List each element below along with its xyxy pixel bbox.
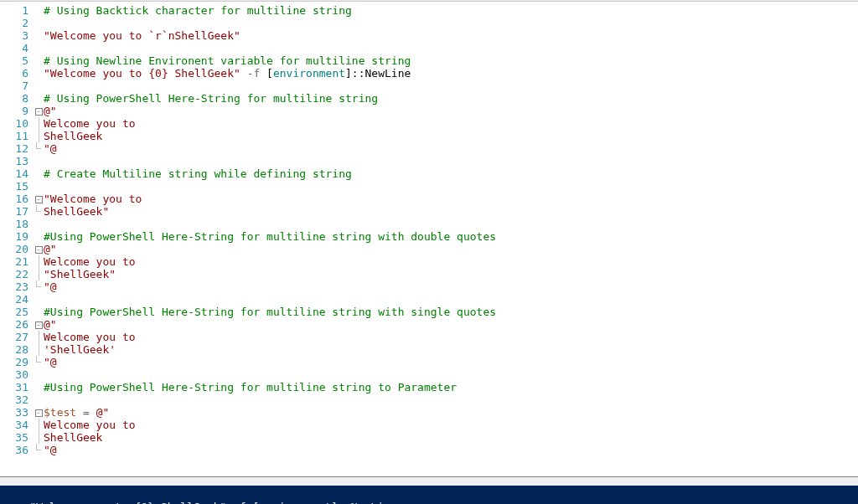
code-token: NewLine: [365, 67, 411, 80]
code-line[interactable]: "@: [44, 280, 858, 293]
code-token: "ShellGeek": [44, 268, 116, 280]
line-number: 23: [0, 280, 28, 293]
line-number: 20: [0, 243, 28, 255]
code-token: ShellGeek: [44, 130, 102, 142]
code-token: ShellGeek": [44, 205, 109, 218]
code-token: =: [83, 406, 90, 419]
fold-marker[interactable]: -: [34, 406, 44, 419]
code-area[interactable]: # Using Backtick character for multiline…: [44, 2, 858, 476]
fold-collapse-icon[interactable]: -: [35, 246, 43, 254]
fold-marker: [34, 80, 44, 92]
fold-collapse-icon[interactable]: -: [35, 108, 43, 116]
line-number: 18: [0, 218, 28, 230]
code-line[interactable]: #Using PowerShell Here-String for multil…: [44, 230, 858, 243]
fold-marker: [34, 393, 44, 406]
code-line[interactable]: [44, 393, 858, 406]
code-line[interactable]: # Using Newline Environent variable for …: [44, 54, 858, 67]
code-line[interactable]: ShellGeek: [44, 130, 858, 142]
fold-marker: [34, 29, 44, 42]
line-number: 16: [0, 193, 28, 205]
code-line[interactable]: # Using Backtick character for multiline…: [44, 4, 858, 17]
code-line[interactable]: [44, 42, 858, 54]
code-token: ShellGeek: [44, 431, 102, 444]
console-output[interactable]: "Welcome you to {0} ShellGeek" -f [envir…: [0, 486, 858, 504]
code-line[interactable]: "Welcome you to: [44, 193, 858, 205]
line-number: 28: [0, 343, 28, 356]
code-token: Welcome you to: [44, 331, 142, 343]
code-line[interactable]: 'ShellGeek': [44, 343, 858, 356]
code-line[interactable]: [44, 155, 858, 167]
code-token: @": [44, 318, 57, 331]
fold-marker: [34, 205, 44, 218]
fold-guide-icon: [39, 331, 39, 343]
code-editor[interactable]: 1234567891011121314151617181920212223242…: [0, 2, 858, 476]
code-token: -f: [247, 67, 261, 80]
fold-marker: [34, 54, 44, 67]
fold-marker: [34, 419, 44, 431]
code-line[interactable]: "@: [44, 142, 858, 155]
fold-marker[interactable]: -: [34, 105, 44, 117]
code-line[interactable]: @": [44, 243, 858, 255]
code-line[interactable]: #Using PowerShell Here-String for multil…: [44, 381, 858, 393]
code-token: environment: [273, 67, 345, 80]
code-token: # Using Backtick character for multiline…: [44, 4, 352, 17]
code-line[interactable]: # Using PowerShell Here-String for multi…: [44, 92, 858, 105]
code-line[interactable]: @": [44, 318, 858, 331]
fold-marker: [34, 180, 44, 193]
line-number: 27: [0, 331, 28, 343]
line-number: 34: [0, 419, 28, 431]
fold-column[interactable]: -----: [34, 2, 44, 476]
code-line[interactable]: @": [44, 105, 858, 117]
fold-collapse-icon[interactable]: -: [35, 321, 43, 329]
code-line[interactable]: [44, 218, 858, 230]
console-divider[interactable]: [0, 477, 858, 486]
code-line[interactable]: $test = @": [44, 406, 858, 419]
fold-marker[interactable]: -: [34, 193, 44, 205]
fold-guide-icon: [39, 343, 39, 356]
code-token: [90, 406, 96, 419]
code-line[interactable]: "@: [44, 356, 858, 368]
code-line[interactable]: [44, 80, 858, 92]
fold-marker: [34, 381, 44, 393]
code-token: @": [96, 406, 110, 419]
fold-marker: [34, 368, 44, 381]
code-line[interactable]: [44, 368, 858, 381]
code-token: Welcome you to: [44, 117, 142, 130]
code-line[interactable]: "ShellGeek": [44, 268, 858, 280]
line-number: 19: [0, 230, 28, 243]
code-line[interactable]: # Create Multiline string while defining…: [44, 167, 858, 180]
fold-guide-icon: [39, 117, 39, 130]
code-line[interactable]: ShellGeek: [44, 431, 858, 444]
fold-marker[interactable]: -: [34, 243, 44, 255]
fold-marker: [34, 255, 44, 268]
fold-marker[interactable]: -: [34, 318, 44, 331]
line-number: 35: [0, 431, 28, 444]
code-token: #Using PowerShell Here-String for multil…: [44, 306, 496, 318]
fold-marker: [34, 130, 44, 142]
code-line[interactable]: Welcome you to: [44, 255, 858, 268]
code-line[interactable]: "Welcome you to `r`nShellGeek": [44, 29, 858, 42]
code-line[interactable]: "Welcome you to {0} ShellGeek" -f [envir…: [44, 67, 858, 80]
fold-marker: [34, 92, 44, 105]
code-line[interactable]: [44, 293, 858, 306]
fold-end-icon: [36, 444, 41, 450]
fold-collapse-icon[interactable]: -: [35, 196, 43, 203]
code-line[interactable]: [44, 180, 858, 193]
code-line[interactable]: Welcome you to: [44, 117, 858, 130]
line-number: 7: [0, 80, 28, 92]
fold-marker: [34, 343, 44, 356]
code-line[interactable]: #Using PowerShell Here-String for multil…: [44, 306, 858, 318]
code-line[interactable]: "@: [44, 444, 858, 456]
code-line[interactable]: Welcome you to: [44, 331, 858, 343]
code-line[interactable]: Welcome you to: [44, 419, 858, 431]
code-line[interactable]: ShellGeek": [44, 205, 858, 218]
fold-collapse-icon[interactable]: -: [35, 409, 43, 417]
code-token: "@: [44, 280, 57, 293]
code-line[interactable]: [44, 17, 858, 29]
line-number: 25: [0, 306, 28, 318]
line-number: 11: [0, 130, 28, 142]
code-token: # Create Multiline string while defining…: [44, 167, 352, 180]
line-number: 3: [0, 29, 28, 42]
code-token: [240, 67, 247, 80]
code-token: 'ShellGeek': [44, 343, 116, 356]
